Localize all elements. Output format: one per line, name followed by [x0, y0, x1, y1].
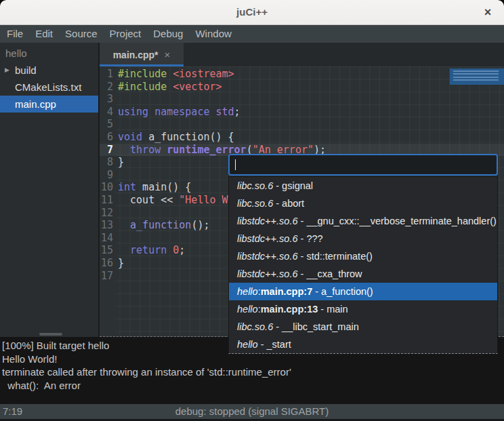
token [118, 244, 130, 256]
library-name: libstdc++.so.6 [237, 233, 297, 244]
tab-label: main.cpp* [113, 49, 159, 60]
code-line[interactable]: 4using namespace std; [100, 106, 504, 119]
line-number: 8 [100, 156, 113, 169]
line-number: 9 [100, 169, 113, 182]
code-text: #include <vector> [113, 81, 222, 94]
frame-name: gsignal [282, 180, 313, 191]
item-separator: - [297, 233, 306, 244]
backtrace-item[interactable]: libc.so.6 - __libc_start_main [229, 318, 497, 336]
line-number: 11 [100, 194, 113, 207]
code-text: void a_function() { [113, 131, 234, 144]
line-number: 16 [100, 257, 113, 270]
token: 0 [173, 244, 179, 256]
code-line[interactable]: 2#include <vector> [100, 81, 504, 94]
item-separator: - [297, 268, 306, 279]
line-number: 14 [100, 232, 113, 245]
frame-name: ??? [306, 233, 322, 244]
chevron-right-icon[interactable]: ▶ [5, 62, 9, 79]
menu-file[interactable]: File [1, 26, 29, 42]
code-text [113, 118, 118, 131]
backtrace-item[interactable]: libstdc++.so.6 - __gnu_cxx::__verbose_te… [229, 212, 497, 230]
backtrace-item[interactable]: libc.so.6 - abort [229, 195, 497, 212]
backtrace-item[interactable]: hello:main.cpp:7 - a_function() [229, 283, 497, 300]
token: throw [130, 144, 161, 156]
library-name: hello [237, 304, 258, 315]
line-number: 6 [100, 131, 113, 144]
file-location: main.cpp:7 [261, 286, 313, 297]
token: namespace [154, 106, 209, 118]
token: using [118, 106, 148, 118]
tab-close-icon[interactable]: × [165, 49, 171, 60]
backtrace-item[interactable]: hello:main.cpp:13 - main [229, 300, 497, 318]
library-name: libstdc++.so.6 [237, 268, 297, 279]
tab-main-cpp[interactable]: main.cpp* × [100, 43, 184, 66]
token: cout << [118, 194, 179, 206]
frame-name: std::terminate() [306, 251, 373, 262]
menu-project[interactable]: Project [104, 26, 148, 42]
item-separator: - [273, 321, 282, 332]
backtrace-search-input[interactable] [228, 154, 498, 176]
library-name: hello [237, 339, 258, 350]
backtrace-item[interactable]: libstdc++.so.6 - ??? [229, 230, 497, 247]
code-text [113, 270, 118, 283]
file-tree[interactable]: hello ▶build CMakeLists.txt main.cpp [0, 43, 98, 337]
terminal-line: what(): An error [2, 379, 504, 393]
token: int [118, 181, 136, 193]
library-name: libstdc++.so.6 [237, 216, 297, 226]
frame-name: __gnu_cxx::__verbose_terminate_handler() [306, 216, 497, 226]
code-text: cout << "Hello W [113, 194, 228, 207]
code-line[interactable]: 6void a_function() { [100, 131, 504, 144]
library-name: libc.so.6 [237, 321, 273, 332]
tabbar: main.cpp* × [100, 43, 504, 66]
token: ; [179, 244, 185, 256]
item-separator: - [318, 304, 327, 315]
menu-edit[interactable]: Edit [29, 26, 59, 42]
code-text [113, 93, 118, 106]
line-number: 13 [100, 219, 113, 232]
token [167, 244, 173, 256]
token: void [118, 131, 142, 143]
code-line[interactable]: 1#include <iostream> [100, 68, 504, 81]
file-tree-item[interactable]: ▶build [0, 62, 98, 79]
close-icon[interactable]: × [480, 4, 496, 20]
sidebar-hscrollbar-thumb[interactable] [39, 333, 62, 336]
line-number: 5 [100, 118, 113, 131]
library-name: libc.so.6 [237, 180, 273, 191]
menu-source[interactable]: Source [59, 26, 104, 42]
menu-window[interactable]: Window [189, 26, 237, 42]
token: } [118, 156, 124, 168]
menu-debug[interactable]: Debug [147, 26, 189, 42]
item-separator: - [258, 339, 267, 350]
code-line[interactable]: 5 [100, 118, 504, 131]
line-number: 15 [100, 244, 113, 257]
frame-name: __cxa_throw [306, 268, 362, 279]
token: a_function [130, 219, 191, 231]
file-tree-item[interactable]: main.cpp [0, 96, 98, 113]
token [167, 68, 173, 80]
terminal-line: Hello World! [2, 353, 504, 366]
backtrace-item[interactable]: libc.so.6 - gsignal [229, 177, 497, 195]
backtrace-item[interactable]: hello - _start [229, 336, 497, 353]
code-line[interactable]: 3 [100, 93, 504, 106]
token: (); [191, 219, 209, 231]
token: ; [234, 106, 240, 118]
backtrace-item[interactable]: libstdc++.so.6 - std::terminate() [229, 247, 497, 265]
text-caret [235, 159, 236, 170]
debug-tooltip [450, 68, 504, 85]
frame-name: __libc_start_main [282, 321, 359, 332]
token: "Hello W [179, 194, 228, 206]
file-tree-item[interactable]: CMakeLists.txt [0, 79, 98, 96]
token [148, 106, 154, 118]
item-separator: - [297, 216, 306, 226]
library-name: libstdc++.so.6 [237, 251, 297, 262]
token: return [130, 244, 167, 256]
frame-name: main [327, 304, 348, 315]
token: a_function() { [142, 131, 234, 143]
backtrace-popup: libc.so.6 - gsignal libc.so.6 - abort li… [228, 154, 498, 354]
tooltip-text-lines [453, 71, 499, 82]
token [118, 219, 130, 231]
token [118, 144, 130, 156]
backtrace-item[interactable]: libstdc++.so.6 - __cxa_throw [229, 265, 497, 283]
titlebar: juCi++ × [0, 0, 504, 25]
project-name: hello [0, 43, 98, 62]
